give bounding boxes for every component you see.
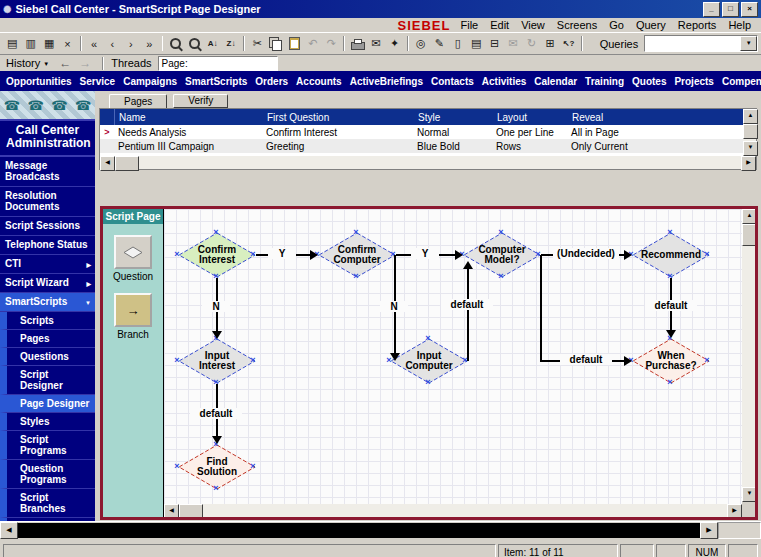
tab-campaigns[interactable]: Campaigns bbox=[119, 76, 181, 87]
print-button[interactable] bbox=[348, 35, 366, 53]
scroll-down-icon[interactable]: ▼ bbox=[742, 487, 757, 502]
tab-opportunities[interactable]: Opportunities bbox=[2, 76, 76, 87]
tab-activities[interactable]: Activities bbox=[478, 76, 530, 87]
tab-training[interactable]: Training bbox=[581, 76, 628, 87]
previous-record-button[interactable]: ‹ bbox=[103, 35, 121, 53]
execute-query-button[interactable] bbox=[185, 35, 203, 53]
tab-quotes[interactable]: Quotes bbox=[628, 76, 670, 87]
tab-orders[interactable]: Orders bbox=[251, 76, 292, 87]
scroll-down-icon[interactable]: ▼ bbox=[743, 141, 758, 156]
edit-record-button[interactable]: ▦ bbox=[40, 35, 58, 53]
calculator-button[interactable]: ⊞ bbox=[541, 35, 559, 53]
sidebar-item-pages[interactable]: Pages bbox=[0, 330, 95, 348]
last-record-button[interactable]: » bbox=[140, 35, 158, 53]
history-label[interactable]: History bbox=[6, 57, 40, 69]
scroll-right-icon[interactable]: ▶ bbox=[741, 156, 756, 171]
tab-calendar[interactable]: Calendar bbox=[530, 76, 581, 87]
scroll-right-icon[interactable]: ▶ bbox=[700, 522, 718, 539]
table-row[interactable]: >Needs AnalysisConfirm InterestNormalOne… bbox=[100, 125, 743, 139]
briefcase-button[interactable]: ⊟ bbox=[485, 35, 503, 53]
node-computer-model[interactable]: Computer Model? ×××× bbox=[463, 232, 541, 278]
sidebar-item-message-broadcasts[interactable]: Message Broadcasts bbox=[0, 157, 95, 187]
node-confirm-computer[interactable]: Confirm Computer ×××× bbox=[318, 232, 396, 278]
history-forward-icon[interactable]: → bbox=[79, 56, 91, 70]
list-vertical-scrollbar[interactable]: ▲ ▼ bbox=[743, 109, 756, 156]
menu-help[interactable]: Help bbox=[722, 19, 757, 31]
sort-ascending-button[interactable]: A↓ bbox=[203, 35, 221, 53]
paste-button[interactable] bbox=[285, 35, 303, 53]
menu-go[interactable]: Go bbox=[603, 19, 630, 31]
sidebar-item-resolution-documents[interactable]: Resolution Documents bbox=[0, 187, 95, 217]
sidebar-item-question-programs[interactable]: Question Programs bbox=[0, 460, 95, 489]
node-recommend[interactable]: Recommend ×××× bbox=[632, 232, 710, 278]
tab-compensation[interactable]: Compensation bbox=[718, 76, 761, 87]
next-record-button[interactable]: › bbox=[122, 35, 140, 53]
send-button[interactable]: ✉ bbox=[504, 35, 522, 53]
menu-edit[interactable]: Edit bbox=[484, 19, 515, 31]
delete-record-button[interactable]: × bbox=[58, 35, 76, 53]
sidebar-item-smartscripts[interactable]: SmartScripts▼ bbox=[0, 293, 95, 312]
sidebar-item-telephone-status[interactable]: Telephone Status bbox=[0, 236, 95, 255]
column-header-name[interactable]: Name bbox=[115, 112, 263, 123]
node-input-interest[interactable]: Input Interest ×××× bbox=[178, 338, 256, 384]
tab-contacts[interactable]: Contacts bbox=[427, 76, 478, 87]
undo-button[interactable]: ↶ bbox=[304, 35, 322, 53]
minimize-button[interactable]: _ bbox=[703, 2, 720, 17]
scroll-right-icon[interactable]: ▶ bbox=[727, 504, 742, 517]
redo-button[interactable]: ↷ bbox=[322, 35, 340, 53]
sidebar-item-script-designer[interactable]: Script Designer bbox=[0, 366, 95, 395]
scroll-up-icon[interactable]: ▲ bbox=[743, 109, 758, 124]
email-button[interactable]: ✉ bbox=[367, 35, 385, 53]
sort-descending-button[interactable]: Z↓ bbox=[222, 35, 240, 53]
copy-record-button[interactable]: ▥ bbox=[21, 35, 39, 53]
node-input-computer[interactable]: Input Computer ×××× bbox=[390, 338, 468, 384]
tab-accounts[interactable]: Accounts bbox=[292, 76, 346, 87]
column-header-reveal[interactable]: Reveal bbox=[568, 112, 743, 123]
first-record-button[interactable]: « bbox=[85, 35, 103, 53]
cut-button[interactable]: ✂ bbox=[248, 35, 266, 53]
node-when-purchase[interactable]: When Purchase? ×××× bbox=[632, 338, 710, 384]
question-tool-button[interactable] bbox=[114, 235, 152, 269]
menu-screens[interactable]: Screens bbox=[551, 19, 603, 31]
sidebar-item-styles[interactable]: Styles bbox=[0, 413, 95, 431]
list-horizontal-scrollbar[interactable]: ◀ ▶ bbox=[100, 156, 756, 169]
table-row[interactable]: Pentium III CampaignGreetingBlue BoldRow… bbox=[100, 139, 743, 153]
new-record-button[interactable]: ▤ bbox=[3, 35, 21, 53]
scroll-left-icon[interactable]: ◀ bbox=[164, 504, 179, 517]
tab-projects[interactable]: Projects bbox=[670, 76, 717, 87]
scrollbar-track[interactable] bbox=[139, 156, 741, 169]
close-button[interactable]: × bbox=[741, 2, 758, 17]
queries-combobox[interactable]: ▼ bbox=[644, 35, 758, 52]
sidebar-item-scripts[interactable]: Scripts bbox=[0, 312, 95, 330]
flowchart-canvas[interactable]: Confirm Interest ×××× Confirm Computer ×… bbox=[164, 209, 742, 504]
tools-button[interactable]: ✎ bbox=[430, 35, 448, 53]
tab-pages[interactable]: Pages bbox=[109, 94, 167, 108]
new-query-button[interactable] bbox=[166, 35, 184, 53]
scroll-up-icon[interactable]: ▲ bbox=[742, 209, 757, 224]
help-pointer-button[interactable]: ↖? bbox=[559, 35, 577, 53]
window-horizontal-scrollbar[interactable]: ◀ ▶ bbox=[0, 521, 761, 539]
chevron-down-icon[interactable]: ▼ bbox=[740, 36, 757, 51]
history-dropdown-icon[interactable]: ▼ bbox=[43, 61, 49, 67]
column-header-style[interactable]: Style bbox=[414, 112, 493, 123]
menu-reports[interactable]: Reports bbox=[672, 19, 723, 31]
find-button[interactable]: ◎ bbox=[412, 35, 430, 53]
sidebar-item-script-branches[interactable]: Script Branches bbox=[0, 489, 95, 518]
scrollbar-thumb[interactable] bbox=[179, 504, 203, 517]
column-header-layout[interactable]: Layout bbox=[493, 112, 568, 123]
favorites-button[interactable]: ✦ bbox=[385, 35, 403, 53]
scrollbar-thumb[interactable] bbox=[18, 523, 700, 538]
scrollbar-track[interactable] bbox=[742, 246, 755, 487]
scroll-left-icon[interactable]: ◀ bbox=[0, 522, 18, 539]
scroll-left-icon[interactable]: ◀ bbox=[100, 156, 115, 171]
sidebar-item-script-wizard[interactable]: Script Wizard▶ bbox=[0, 274, 95, 293]
maximize-button[interactable]: □ bbox=[722, 2, 739, 17]
sidebar-item-page-designer[interactable]: Page Designer bbox=[0, 395, 95, 413]
node-find-solution[interactable]: Find Solution ×××× bbox=[178, 444, 256, 490]
sidebar-item-questions[interactable]: Questions bbox=[0, 348, 95, 366]
scrollbar-thumb[interactable] bbox=[743, 124, 758, 139]
copy-button[interactable] bbox=[267, 35, 285, 53]
refresh-button[interactable]: ↻ bbox=[522, 35, 540, 53]
tab-service[interactable]: Service bbox=[76, 76, 120, 87]
column-header-first-question[interactable]: First Question bbox=[263, 112, 414, 123]
